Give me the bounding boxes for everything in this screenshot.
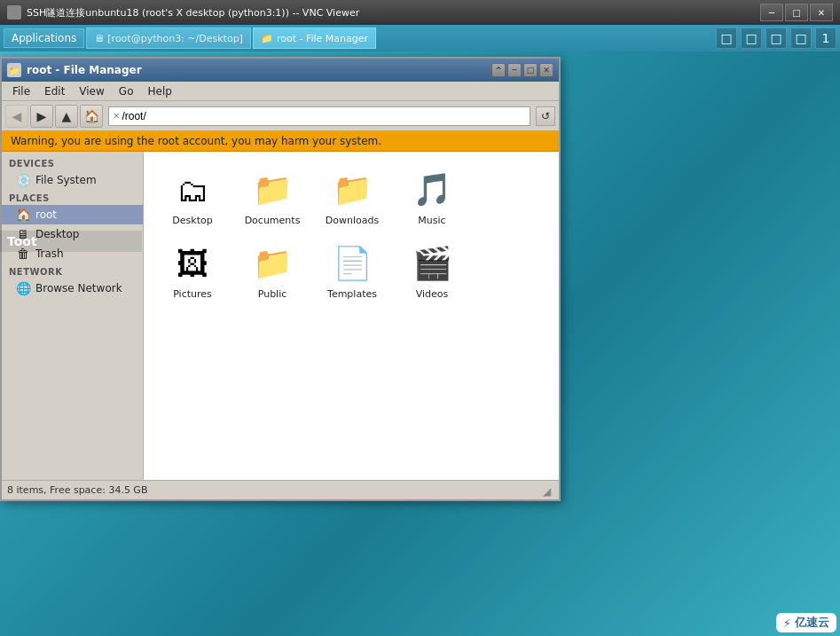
sidebar-item-root[interactable]: 🏠 root	[2, 205, 143, 224]
fm-window-controls: ^ ─ □ ✕	[491, 63, 553, 77]
file-icon: 🎬	[411, 242, 453, 285]
fm-sidebar: DEVICES 💿 File System PLACES 🏠 root 🖥 De…	[2, 152, 144, 480]
vnc-maximize[interactable]: □	[785, 4, 808, 21]
fm-content: 🗂 Desktop 📁 Documents 📁 Downloads 🎵 Musi…	[144, 152, 559, 480]
home-button[interactable]: 🏠	[80, 105, 103, 128]
warning-bar: Warning, you are using the root account,…	[2, 131, 559, 152]
terminal-tab[interactable]: 🖥 [root@python3: ~/Desktop]	[86, 27, 251, 49]
file-item[interactable]: 📄 Templates	[312, 234, 392, 308]
warning-text: Warning, you are using the root account,…	[11, 135, 381, 147]
file-label: Public	[258, 288, 287, 300]
applications-label: Applications	[12, 32, 76, 44]
menu-help[interactable]: Help	[140, 83, 178, 99]
fm-titlebar-max[interactable]: □	[523, 63, 538, 77]
back-button[interactable]: ◀	[5, 105, 28, 128]
up-button[interactable]: ▲	[55, 105, 78, 128]
file-label: Documents	[245, 215, 301, 226]
filesystem-icon: 💿	[16, 173, 30, 187]
file-icon: 🖼	[171, 242, 214, 285]
fm-titlebar-min[interactable]: ─	[507, 63, 522, 77]
file-item[interactable]: 🎬 Videos	[392, 234, 472, 308]
fm-titlebar-up[interactable]: ^	[491, 63, 506, 77]
file-label: Music	[418, 215, 445, 226]
applications-menu[interactable]: Applications	[4, 28, 84, 48]
file-label: Downloads	[326, 215, 379, 226]
root-icon: 🏠	[16, 208, 30, 222]
fm-statusbar: 8 items, Free space: 34.5 GB ◢	[2, 480, 559, 499]
taskbar-icon-1[interactable]: □	[716, 27, 737, 49]
taskbar-right: □ □ □ □ 1	[716, 27, 836, 49]
vnc-close[interactable]: ✕	[810, 4, 833, 21]
file-icon: 📁	[251, 169, 294, 211]
fm-main: DEVICES 💿 File System PLACES 🏠 root 🖥 De…	[2, 152, 559, 480]
statusbar-text: 8 items, Free space: 34.5 GB	[7, 484, 147, 496]
terminal-icon: 🖥	[94, 33, 104, 44]
file-label: Desktop	[172, 215, 212, 226]
menu-go[interactable]: Go	[112, 83, 141, 99]
menu-view[interactable]: View	[72, 83, 111, 99]
file-icon: 📁	[331, 169, 373, 211]
file-icon: 📄	[331, 242, 373, 285]
resize-handle[interactable]: ◢	[543, 485, 553, 496]
file-label: Videos	[416, 288, 449, 300]
fm-window-icon: 📁	[7, 63, 21, 77]
file-item[interactable]: 🎵 Music	[392, 161, 472, 234]
file-item[interactable]: 🖼 Pictures	[153, 234, 232, 308]
taskbar-icon-3[interactable]: □	[765, 27, 787, 49]
taskbar-icon-5[interactable]: 1	[815, 27, 836, 49]
logo-text: 亿速云	[795, 615, 829, 631]
filemanager-tab[interactable]: 📁 root - File Manager	[253, 27, 376, 49]
toot-label: Toot	[0, 231, 142, 252]
sidebar-item-filesystem[interactable]: 💿 File System	[2, 170, 143, 190]
vnc-controls: ─ □ ✕	[760, 4, 833, 21]
file-icon: 🎵	[411, 169, 453, 211]
vnc-icon	[7, 5, 21, 20]
places-section-label: PLACES	[2, 190, 143, 205]
address-bar[interactable]: ✕	[108, 106, 530, 126]
filemanager-tab-icon: 📁	[261, 33, 273, 44]
network-section-label: NETWORK	[2, 263, 143, 279]
vnc-title: SSH隧道连接unbuntu18 (root's X desktop (pyth…	[27, 6, 760, 20]
address-input[interactable]	[122, 110, 526, 122]
terminal-label: [root@python3: ~/Desktop]	[107, 33, 243, 44]
file-item[interactable]: 🗂 Desktop	[153, 161, 232, 234]
file-item[interactable]: 📁 Downloads	[312, 161, 392, 234]
refresh-button[interactable]: ↺	[536, 106, 555, 126]
file-icon: 📁	[251, 242, 294, 285]
network-icon: 🌐	[16, 281, 30, 295]
sidebar-item-browse-network[interactable]: 🌐 Browse Network	[2, 279, 143, 298]
file-item[interactable]: 📁 Public	[232, 234, 312, 308]
bottom-logo: ⚡ 亿速云	[776, 613, 836, 632]
fm-window-title: root - File Manager	[27, 64, 491, 76]
taskbar-icon-2[interactable]: □	[741, 27, 762, 49]
taskbar: Applications 🖥 [root@python3: ~/Desktop]…	[0, 25, 840, 51]
filesystem-label: File System	[35, 174, 97, 186]
vnc-titlebar: SSH隧道连接unbuntu18 (root's X desktop (pyth…	[0, 0, 840, 25]
fm-menubar: File Edit View Go Help	[2, 82, 559, 101]
menu-edit[interactable]: Edit	[37, 83, 72, 99]
logo-icon: ⚡	[783, 616, 791, 630]
fm-titlebar: 📁 root - File Manager ^ ─ □ ✕	[2, 59, 559, 82]
browse-network-label: Browse Network	[35, 282, 122, 294]
file-label: Pictures	[173, 288, 212, 300]
filemanager-tab-label: root - File Manager	[277, 33, 368, 44]
devices-section-label: DEVICES	[2, 155, 143, 170]
vnc-minimize[interactable]: ─	[760, 4, 783, 21]
file-icon: 🗂	[171, 169, 214, 211]
menu-file[interactable]: File	[5, 83, 37, 99]
file-item[interactable]: 📁 Documents	[232, 161, 312, 234]
forward-button[interactable]: ▶	[30, 105, 53, 128]
fm-titlebar-close[interactable]: ✕	[539, 63, 553, 77]
file-label: Templates	[327, 288, 377, 300]
root-label: root	[35, 208, 57, 221]
file-manager-window: 📁 root - File Manager ^ ─ □ ✕ File Edit …	[0, 57, 561, 501]
fm-toolbar: ◀ ▶ ▲ 🏠 ✕ ↺	[2, 101, 559, 131]
address-clear-icon[interactable]: ✕	[113, 111, 120, 121]
taskbar-icon-4[interactable]: □	[790, 27, 812, 49]
